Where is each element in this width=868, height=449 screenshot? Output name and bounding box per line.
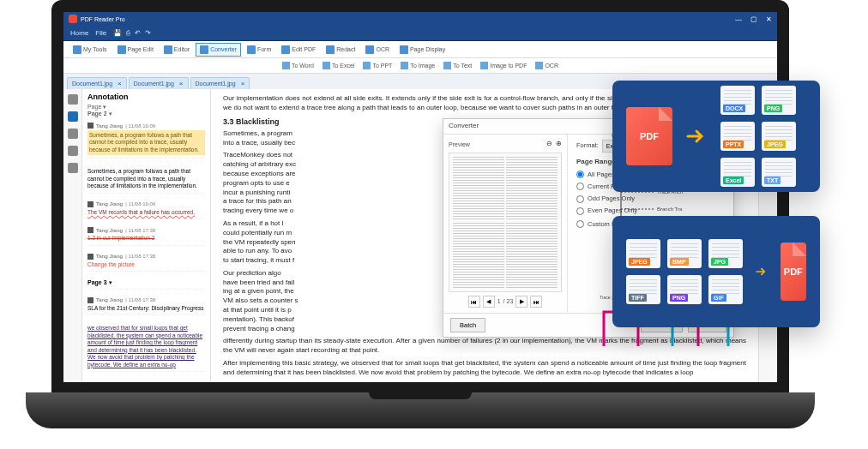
format-chip-txt: TXT (762, 158, 796, 187)
outline-icon[interactable] (68, 129, 78, 139)
pager: ⏮ ◀ 1 / 23 ▶ ⏭ (449, 296, 562, 308)
pager-last-button[interactable]: ⏭ (530, 296, 542, 308)
thumbnail-icon[interactable] (68, 94, 78, 105)
annotation-item[interactable]: Tang Jiang | 11/08 16:09Sometimes, a pro… (87, 120, 205, 159)
radio-odd[interactable]: Odd Pages Only (576, 195, 725, 203)
annotation-panel: Annotation Page ▾ Page 2 ▾ Tang Jiang | … (82, 89, 211, 382)
format-chip-png: PNG (762, 86, 796, 115)
subtool-to-image[interactable]: To Image (397, 61, 438, 70)
pdf-file-icon: PDF (781, 242, 806, 301)
subtool-to-text[interactable]: To Text (440, 61, 475, 70)
pager-first-button[interactable]: ⏮ (468, 296, 480, 308)
window-min-icon[interactable]: — (735, 15, 742, 23)
format-chip-jpeg: JPEG (762, 122, 796, 151)
zoom-out-icon[interactable]: ⊖ (546, 140, 552, 149)
pdf-file-icon: PDF (626, 107, 672, 165)
ribbon: Home File 💾 ⎙ ↶ ↷ (63, 26, 777, 41)
tab-close-icon[interactable]: × (179, 80, 184, 87)
document-tab[interactable]: Document1.jpg× (67, 77, 127, 89)
subtool-to-word[interactable]: To Word (279, 61, 317, 70)
format-chip-pptx: PPTX (720, 122, 755, 151)
arrow-icon (755, 260, 769, 284)
format-chip-png: PNG (667, 275, 702, 304)
subtool-ocr[interactable]: OCR (532, 61, 562, 70)
zoom-in-icon[interactable]: ⊕ (556, 140, 562, 149)
format-chip-excel: Excel (720, 158, 755, 187)
tool-page-display[interactable]: Page Display (395, 43, 449, 57)
subtool-image-to-pdf[interactable]: Image to PDF (477, 61, 530, 70)
annotation-item[interactable]: Page 3 ▾ (87, 277, 205, 290)
page-indicator: Page 2 (87, 111, 107, 117)
tool-ocr[interactable]: OCR (361, 43, 394, 57)
arrow-icon (684, 124, 708, 148)
pager-prev-button[interactable]: ◀ (483, 296, 495, 308)
redo-icon[interactable]: ↷ (145, 29, 151, 37)
tool-edit-pdf[interactable]: Edit PDF (277, 43, 320, 57)
annotation-item[interactable]: Tang Jiang | 11/08 17:381.2 in our imple… (87, 224, 205, 245)
tab-close-icon[interactable]: × (241, 80, 245, 87)
save-icon[interactable]: 💾 (113, 29, 122, 37)
format-chip-docx: DOCX (720, 86, 755, 115)
page-thumbnail (449, 153, 562, 292)
annotation-item[interactable]: Tang Jiang | 11/08 17:38Change the pictu… (87, 251, 205, 272)
pager-page: 1 (497, 297, 501, 305)
subtool-to-ppt[interactable]: To PPT (359, 61, 395, 70)
doc-para: differently during startup than its stea… (223, 337, 746, 356)
doc-para: After implementing this basic strategy, … (223, 359, 746, 378)
document-tab[interactable]: Document1.jpg× (129, 77, 189, 89)
tool-redact[interactable]: Redact (322, 43, 359, 57)
tool-my-tools[interactable]: My Tools (69, 43, 112, 57)
annotation-item[interactable]: Tang Jiang | 11/08 17:38SLA for the 21st… (87, 295, 205, 315)
tab-close-icon[interactable]: × (118, 80, 122, 87)
tool-editor[interactable]: Editor (160, 43, 194, 57)
card-pdf-to-formats: PDF DOCXPNGPPTXJPEGExcelTXT (612, 81, 820, 192)
pager-next-button[interactable]: ▶ (515, 296, 527, 308)
ribbon-home[interactable]: Home (70, 29, 88, 37)
format-chip-jpg: JPG (708, 239, 743, 268)
document-tab[interactable]: Document1.jpg× (190, 77, 250, 89)
pager-total: / 23 (503, 297, 514, 305)
annotation-item[interactable]: Sometimes, a program follows a path that… (87, 164, 205, 193)
ribbon-file[interactable]: File (95, 29, 106, 37)
annotation-item[interactable]: we observed that for small loops that ge… (87, 320, 205, 372)
format-chip-tiff: TIFF (626, 275, 660, 304)
tool-form[interactable]: Form (243, 43, 275, 57)
main-toolbar: My ToolsPage EditEditorConverterFormEdit… (63, 41, 777, 58)
batch-button[interactable]: Batch (450, 318, 485, 332)
annotation-icon[interactable] (68, 111, 78, 122)
tool-converter[interactable]: Converter (196, 43, 241, 57)
undo-icon[interactable]: ↶ (135, 29, 141, 37)
window-max-icon[interactable]: ▢ (750, 15, 757, 23)
subtool-to-excel[interactable]: To Excel (319, 61, 358, 70)
format-chip-gif: GIF (708, 275, 743, 304)
format-chip-bmp: BMP (667, 239, 702, 268)
search-icon[interactable] (68, 146, 78, 156)
preview-label: Preview (449, 141, 470, 148)
app-title: PDF Reader Pro (81, 16, 125, 22)
annotation-title: Annotation (87, 93, 205, 101)
format-chip-jpeg: JPEG (626, 239, 660, 268)
format-label: Format: (576, 141, 599, 150)
page-selector-label[interactable]: Page (87, 104, 101, 110)
quick-icons: 💾 ⎙ ↶ ↷ (113, 29, 151, 37)
card-formats-to-pdf: JPEGBMPJPGTIFFPNGGIF PDF (612, 216, 820, 327)
bookmark-icon[interactable] (68, 163, 78, 173)
left-tool-rail (63, 89, 82, 382)
radio-even[interactable]: Even Pages Only (576, 207, 725, 215)
sub-toolbar: To WordTo ExcelTo PPTTo ImageTo TextImag… (63, 58, 777, 74)
app-logo (69, 15, 77, 23)
title-bar: PDF Reader Pro — ▢ ✕ (63, 12, 777, 26)
annotation-item[interactable]: Tang Jiang | 11/08 16:09The VM records t… (87, 199, 205, 219)
window-close-icon[interactable]: ✕ (766, 15, 772, 23)
tool-page-edit[interactable]: Page Edit (113, 43, 158, 57)
print-icon[interactable]: ⎙ (126, 29, 130, 37)
dialog-title: Converter (449, 122, 479, 131)
